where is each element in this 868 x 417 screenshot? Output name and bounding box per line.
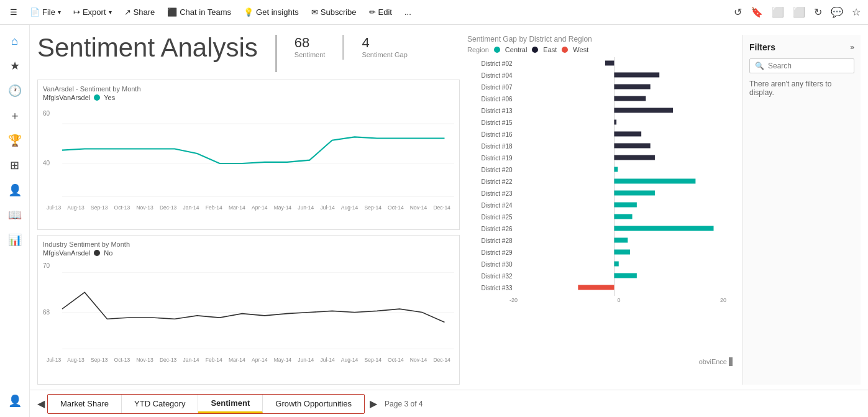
svg-rect-42 [614,262,619,267]
svg-text:District #19: District #19 [481,155,512,162]
kpi2-block: 4 Sentiment Gap [362,35,407,58]
nav-people-icon[interactable]: 👤 [4,179,26,201]
chart1-section: VanArsdel - Sentiment by Month MfgisVanA… [37,80,460,230]
nav-home-icon[interactable]: ⌂ [4,30,26,52]
tab-growth-opportunities[interactable]: Growth Opportunities [263,395,364,413]
svg-text:District #24: District #24 [481,202,512,209]
report-title: Sentiment Analysis [37,35,258,61]
svg-text:District #15: District #15 [481,119,512,126]
nav-profile-icon[interactable]: 👤 [4,390,26,412]
svg-rect-40 [614,250,630,255]
tab-ytd-category[interactable]: YTD Category [122,395,198,413]
nav-goals-icon[interactable]: 🏆 [4,129,26,152]
file-button[interactable]: 📄 File ▾ [25,5,66,19]
chart1-x-labels: Jul-13Aug-13Sep-13 Oct-13Nov-13Dec-13 Ja… [43,204,454,211]
next-page-button[interactable]: ▶ [367,395,380,412]
svg-text:District #25: District #25 [481,214,512,221]
insights-button[interactable]: 💡 Get insights [239,5,304,19]
svg-text:District #04: District #04 [481,72,512,79]
svg-text:District #13: District #13 [481,108,512,114]
svg-rect-28 [614,179,696,184]
nav-create-icon[interactable]: ＋ [4,104,26,127]
left-panel: Sentiment Analysis 68 Sentiment 4 Sentim… [37,35,460,385]
filters-title: Filters [749,42,775,52]
nav-apps-icon[interactable]: ⊞ [4,154,26,176]
more-button[interactable]: ... [400,5,416,19]
prev-page-button[interactable]: ◀ [35,395,47,412]
chart2-svg [43,259,454,355]
content-area: Sentiment Analysis 68 Sentiment 4 Sentim… [30,25,868,417]
tab-sentiment[interactable]: Sentiment [198,395,263,413]
search-box[interactable]: 🔍 [749,58,854,73]
no-filters-text: There aren't any filters to display. [749,80,854,97]
nav-recent-icon[interactable]: 🕐 [4,80,26,102]
nav-favorites-icon[interactable]: ★ [4,55,26,77]
nav-learn-icon[interactable]: 📖 [4,204,26,226]
svg-rect-12 [614,85,651,89]
east-dot [532,47,538,53]
chart2-y1: 70 [43,262,50,269]
bottom-bar: ◀ Market Share YTD Category Sentiment Gr… [30,390,868,417]
refresh-button[interactable]: ↻ [811,4,825,21]
fullscreen-button[interactable]: ⬜ [790,4,808,21]
chart2-legend: MfgisVanArsdel No [43,249,454,257]
filters-expand-icon[interactable]: » [850,43,854,52]
hamburger-button[interactable]: ☰ [5,5,22,19]
chart2-title: Industry Sentiment by Month [43,241,454,248]
teams-icon: ⬛ [167,7,177,17]
window-button[interactable]: ⬜ [769,4,787,21]
filters-panel: Filters » 🔍 There aren't any filters to … [742,35,861,385]
obviEnce-watermark: obviEnce [699,357,733,366]
right-panel: Sentiment Gap by District and Region Reg… [467,35,735,385]
tab-market-share[interactable]: Market Share [48,395,122,413]
svg-rect-46 [578,285,614,290]
chart2-y2: 68 [43,309,50,316]
svg-text:District #06: District #06 [481,96,512,103]
export-button[interactable]: ↦ Export ▾ [68,5,117,19]
chart2-legend-dot [94,250,100,256]
gap-bar-chart-svg: District #02District #04District #07Dist… [467,57,726,296]
svg-rect-34 [614,214,633,219]
chat-button[interactable]: ⬛ Chat in Teams [162,5,236,19]
gap-chart-title: Sentiment Gap by District and Region [467,35,735,44]
chart1-legend-key: MfgisVanArsdel [43,94,90,101]
chart1-y2: 40 [43,160,50,167]
nav-metrics-icon[interactable]: 📊 [4,229,26,251]
kpi-divider [342,35,344,60]
obviEnce-label: obviEnce [699,358,727,365]
page-info: Page 3 of 4 [385,400,423,408]
search-icon: 🔍 [755,62,764,70]
west-label: West [573,46,588,53]
subscribe-button[interactable]: ✉ Subscribe [306,5,362,19]
svg-rect-38 [614,238,628,243]
chart1-legend-dot [94,94,100,101]
svg-text:District #29: District #29 [481,249,512,256]
share-button[interactable]: ↗ Share [119,5,160,19]
svg-text:District #26: District #26 [481,226,512,232]
east-label: East [543,46,557,53]
chart2-legend-key: MfgisVanArsdel [43,249,90,257]
svg-rect-36 [614,226,714,231]
svg-rect-16 [614,108,674,113]
svg-rect-20 [614,132,642,137]
central-dot [494,47,500,53]
star-button[interactable]: ☆ [849,4,863,21]
bookmark-button[interactable]: 🔖 [748,4,765,21]
title-divider [275,35,277,72]
svg-text:District #07: District #07 [481,84,512,91]
undo-button[interactable]: ↺ [731,4,744,21]
tabs-container: Market Share YTD Category Sentiment Grow… [47,394,365,414]
chart2-container: 70 68 [43,259,454,355]
region-legend: Region Central East West [467,46,735,53]
search-input[interactable] [768,62,861,70]
toolbar: ☰ 📄 File ▾ ↦ Export ▾ ↗ Share ⬛ Chat in … [0,0,868,25]
edit-button[interactable]: ✏ Edit [364,5,397,19]
comment-button[interactable]: 💬 [828,4,846,21]
chart2-section: Industry Sentiment by Month MfgisVanArsd… [37,235,460,385]
svg-text:District #22: District #22 [481,178,512,185]
svg-rect-30 [614,191,655,196]
svg-text:District #33: District #33 [481,285,512,291]
chevron-down-icon: ▾ [109,9,112,16]
report-area: Sentiment Analysis 68 Sentiment 4 Sentim… [30,25,868,390]
kpi2-label: Sentiment Gap [362,51,407,58]
